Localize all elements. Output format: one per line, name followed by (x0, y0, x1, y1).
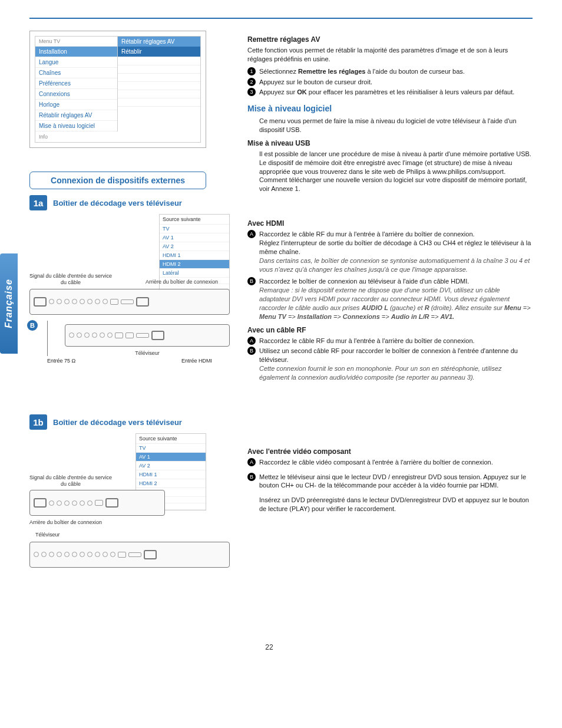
rf-a: Raccordez le câble RF du mur à l'entrée … (259, 337, 533, 345)
badge-a-icon: A (247, 230, 256, 238)
menu-item: Connexions (35, 89, 117, 100)
signal-label-1b: Signal du câble d'entrée du service du c… (29, 475, 112, 487)
menu-item: Langue (35, 57, 117, 68)
tv-rear-1b (29, 542, 230, 568)
usb-body: Il est possible de lancer une procédure … (259, 150, 533, 193)
step-badge-1a: 1a (29, 195, 47, 210)
cable-box-rear-1b (29, 490, 165, 516)
tv-menu-screenshot: Menu TV Installation Langue Chaînes Préf… (29, 31, 206, 148)
cable-box-rear (29, 289, 230, 315)
hdmi-b: Raccordez le boîtier de connexion au tél… (259, 277, 533, 321)
composant-b: Mettez le téléviseur ainsi que le lecteu… (259, 473, 533, 490)
menu-item: Installation (35, 47, 117, 57)
maj-title: Mise à niveau logiciel (247, 104, 533, 113)
menu-header: Menu TV (35, 37, 117, 47)
menu-info: Info (35, 131, 200, 142)
step-title-1a: Boîtier de décodage vers téléviseur (53, 199, 182, 207)
remettre-step1: Sélectionnez Remettre les réglages à l'a… (259, 67, 533, 76)
badge-b-icon: B (27, 320, 38, 331)
step-badge-1b: 1b (29, 414, 47, 430)
maj-intro: Ce menu vous permet de faire la mise à n… (259, 117, 533, 134)
back-label-1b: Arrière du boîtier de connexion (29, 519, 230, 526)
remettre-title: Remettre réglages AV (247, 35, 533, 44)
badge-b-icon: B (247, 473, 256, 481)
step-number-icon: 3 (247, 88, 256, 96)
step-title-1b: Boîtier de décodage vers téléviseur (53, 418, 182, 427)
hdmi-a: Raccordez le câble RF du mur à l'entrée … (259, 230, 533, 274)
menu-item: Rétablir réglages AV (35, 110, 117, 121)
usb-title: Mise à niveau USB (247, 139, 533, 147)
menu-item: Horloge (35, 100, 117, 110)
composant-title: Avec l'entrée vidéo composant (247, 447, 533, 456)
composant-a: Raccordez le câble vidéo composant à l'e… (259, 458, 533, 467)
menu-item: Mise à niveau logiciel (35, 121, 117, 131)
language-tab-label: Française (4, 279, 14, 328)
tv-label-1b: Téléviseur (35, 532, 230, 538)
hdmi-title: Avec HDMI (247, 219, 533, 228)
rf-title: Avec un câble RF (247, 326, 533, 334)
menu-right-item: Rétablir (118, 47, 200, 57)
composant-p: Insérez un DVD préenregistré dans le lec… (259, 496, 533, 513)
badge-a-icon: A (247, 458, 256, 466)
remettre-step3: Appuyez sur OK pour effacer les paramètr… (259, 88, 533, 97)
tv-label-1a: Téléviseur (65, 350, 230, 357)
hdmi-in-label: Entrée HDMI (181, 358, 212, 364)
remettre-step2: Appuyez sur le bouton de curseur droit. (259, 78, 533, 87)
badge-a-icon: A (247, 337, 256, 345)
signal-label-1a: Signal du câble d'entrée du service du c… (29, 273, 112, 286)
menu-right-title: Rétablir réglages AV (118, 37, 200, 47)
section-heading: Connexion de dispositifs externes (29, 172, 206, 189)
in75-label: Entrée 75 Ω (47, 358, 75, 364)
step-number-icon: 1 (247, 67, 256, 75)
remettre-intro: Cette fonction vous permet de rétablir l… (247, 46, 533, 64)
badge-b-icon: B (247, 277, 256, 285)
tv-rear (65, 324, 230, 347)
rf-b: Utilisez un second câble RF pour raccord… (259, 347, 533, 381)
step-number-icon: 2 (247, 78, 256, 86)
menu-item: Chaînes (35, 68, 117, 78)
page-number: 22 (6, 643, 533, 651)
menu-item: Préférences (35, 78, 117, 89)
language-tab: Française (0, 253, 18, 354)
badge-b-icon: B (247, 347, 256, 355)
